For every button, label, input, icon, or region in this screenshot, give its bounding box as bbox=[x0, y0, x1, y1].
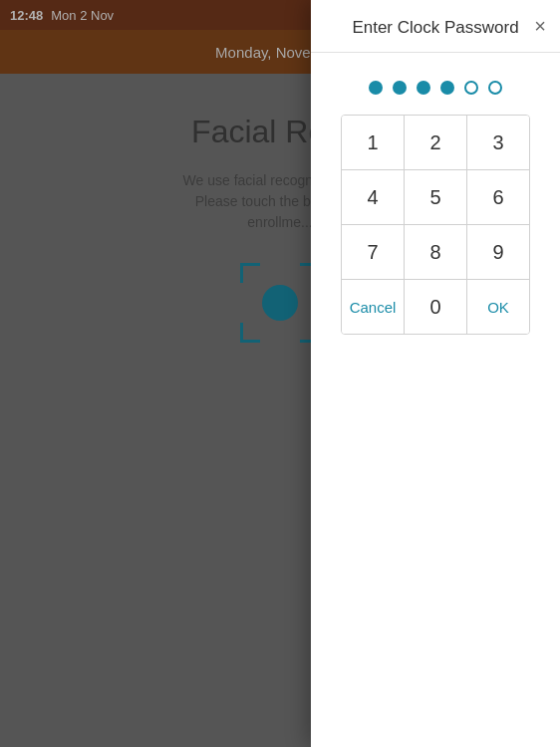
key-9[interactable]: 9 bbox=[467, 225, 529, 279]
numpad-row-4: Cancel 0 OK bbox=[342, 280, 529, 334]
ok-button[interactable]: OK bbox=[467, 280, 529, 334]
pin-dot-6 bbox=[488, 81, 502, 95]
key-6[interactable]: 6 bbox=[467, 170, 529, 224]
modal-title: Enter Clock Password bbox=[352, 18, 518, 38]
key-3[interactable]: 3 bbox=[467, 116, 529, 169]
key-7[interactable]: 7 bbox=[342, 225, 405, 279]
numpad: 1 2 3 4 5 6 7 8 9 Cancel 0 OK bbox=[341, 115, 530, 335]
modal-header: Enter Clock Password × bbox=[311, 0, 560, 53]
pin-dot-3 bbox=[417, 81, 430, 95]
pin-dot-4 bbox=[440, 81, 454, 95]
key-1[interactable]: 1 bbox=[342, 116, 405, 169]
key-5[interactable]: 5 bbox=[405, 170, 467, 224]
numpad-row-2: 4 5 6 bbox=[342, 170, 529, 225]
key-2[interactable]: 2 bbox=[405, 116, 467, 169]
numpad-row-1: 1 2 3 bbox=[342, 116, 529, 170]
close-icon[interactable]: × bbox=[534, 16, 546, 36]
key-8[interactable]: 8 bbox=[405, 225, 467, 279]
key-0[interactable]: 0 bbox=[405, 280, 467, 334]
cancel-button[interactable]: Cancel bbox=[342, 280, 405, 334]
pin-dot-5 bbox=[464, 81, 478, 95]
pin-dots-container bbox=[311, 53, 560, 115]
key-4[interactable]: 4 bbox=[342, 170, 405, 224]
numpad-row-3: 7 8 9 bbox=[342, 225, 529, 280]
enter-clock-password-modal: Enter Clock Password × 1 2 3 4 5 6 7 8 9… bbox=[311, 0, 560, 747]
pin-dot-2 bbox=[393, 81, 407, 95]
pin-dot-1 bbox=[369, 81, 383, 95]
